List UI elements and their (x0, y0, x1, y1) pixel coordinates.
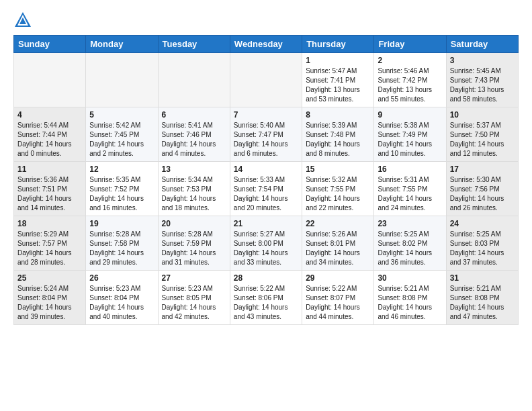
calendar-cell: 1Sunrise: 5:47 AM Sunset: 7:41 PM Daylig… (302, 53, 374, 107)
page: SundayMondayTuesdayWednesdayThursdayFrid… (0, 0, 532, 336)
day-number: 5 (89, 110, 154, 120)
header-sunday: Sunday (14, 36, 86, 53)
day-number: 19 (89, 219, 154, 228)
logo (13, 11, 34, 30)
calendar-cell: 14Sunrise: 5:33 AM Sunset: 7:54 PM Dayli… (230, 162, 302, 216)
day-info: Sunrise: 5:25 AM Sunset: 8:02 PM Dayligh… (378, 230, 442, 267)
calendar-cell: 10Sunrise: 5:37 AM Sunset: 7:50 PM Dayli… (446, 107, 518, 162)
day-number: 14 (234, 165, 298, 174)
day-number: 6 (162, 110, 226, 120)
header-thursday: Thursday (302, 36, 374, 53)
day-info: Sunrise: 5:39 AM Sunset: 7:48 PM Dayligh… (306, 121, 370, 158)
day-number: 31 (450, 273, 515, 283)
day-number: 23 (378, 219, 442, 228)
day-number: 13 (162, 165, 226, 174)
day-number: 22 (306, 219, 370, 228)
day-info: Sunrise: 5:21 AM Sunset: 8:08 PM Dayligh… (450, 284, 515, 322)
day-number: 17 (450, 165, 515, 174)
day-number: 10 (450, 110, 515, 120)
header-friday: Friday (374, 36, 446, 53)
day-info: Sunrise: 5:23 AM Sunset: 8:04 PM Dayligh… (89, 284, 154, 322)
day-number: 25 (17, 273, 82, 283)
calendar-cell: 8Sunrise: 5:39 AM Sunset: 7:48 PM Daylig… (302, 107, 374, 162)
day-info: Sunrise: 5:21 AM Sunset: 8:08 PM Dayligh… (378, 284, 442, 322)
day-number: 12 (89, 165, 154, 174)
calendar-week-4: 18Sunrise: 5:29 AM Sunset: 7:57 PM Dayli… (14, 216, 519, 271)
day-info: Sunrise: 5:45 AM Sunset: 7:43 PM Dayligh… (450, 66, 515, 104)
calendar-week-2: 4Sunrise: 5:44 AM Sunset: 7:44 PM Daylig… (14, 107, 519, 162)
day-info: Sunrise: 5:26 AM Sunset: 8:01 PM Dayligh… (306, 230, 370, 267)
day-info: Sunrise: 5:37 AM Sunset: 7:50 PM Dayligh… (450, 121, 515, 158)
calendar-cell: 16Sunrise: 5:31 AM Sunset: 7:55 PM Dayli… (374, 162, 446, 216)
calendar-week-3: 11Sunrise: 5:36 AM Sunset: 7:51 PM Dayli… (14, 162, 519, 216)
calendar-cell: 27Sunrise: 5:23 AM Sunset: 8:05 PM Dayli… (158, 271, 230, 325)
calendar-cell: 19Sunrise: 5:28 AM Sunset: 7:58 PM Dayli… (86, 216, 158, 271)
day-info: Sunrise: 5:22 AM Sunset: 8:07 PM Dayligh… (306, 284, 370, 322)
day-info: Sunrise: 5:33 AM Sunset: 7:54 PM Dayligh… (234, 175, 298, 213)
calendar-cell: 4Sunrise: 5:44 AM Sunset: 7:44 PM Daylig… (14, 107, 86, 162)
calendar-cell: 7Sunrise: 5:40 AM Sunset: 7:47 PM Daylig… (230, 107, 302, 162)
day-info: Sunrise: 5:31 AM Sunset: 7:55 PM Dayligh… (378, 175, 442, 213)
day-info: Sunrise: 5:32 AM Sunset: 7:55 PM Dayligh… (306, 175, 370, 213)
calendar-cell: 6Sunrise: 5:41 AM Sunset: 7:46 PM Daylig… (158, 107, 230, 162)
calendar-week-5: 25Sunrise: 5:24 AM Sunset: 8:04 PM Dayli… (14, 271, 519, 325)
day-info: Sunrise: 5:25 AM Sunset: 8:03 PM Dayligh… (450, 230, 515, 267)
day-number: 2 (378, 56, 442, 65)
day-info: Sunrise: 5:44 AM Sunset: 7:44 PM Dayligh… (17, 121, 82, 158)
day-info: Sunrise: 5:27 AM Sunset: 8:00 PM Dayligh… (234, 230, 298, 267)
day-number: 24 (450, 219, 515, 228)
day-info: Sunrise: 5:28 AM Sunset: 7:58 PM Dayligh… (89, 230, 154, 267)
calendar-cell: 28Sunrise: 5:22 AM Sunset: 8:06 PM Dayli… (230, 271, 302, 325)
header-tuesday: Tuesday (158, 36, 230, 53)
calendar-cell: 25Sunrise: 5:24 AM Sunset: 8:04 PM Dayli… (14, 271, 86, 325)
calendar-table: SundayMondayTuesdayWednesdayThursdayFrid… (13, 35, 519, 325)
day-info: Sunrise: 5:28 AM Sunset: 7:59 PM Dayligh… (162, 230, 226, 267)
day-number: 1 (306, 56, 370, 65)
day-number: 7 (234, 110, 298, 120)
day-info: Sunrise: 5:35 AM Sunset: 7:52 PM Dayligh… (89, 175, 154, 213)
day-info: Sunrise: 5:46 AM Sunset: 7:42 PM Dayligh… (378, 66, 442, 104)
day-number: 20 (162, 219, 226, 228)
calendar-cell: 31Sunrise: 5:21 AM Sunset: 8:08 PM Dayli… (446, 271, 518, 325)
day-info: Sunrise: 5:42 AM Sunset: 7:45 PM Dayligh… (89, 121, 154, 158)
day-info: Sunrise: 5:30 AM Sunset: 7:56 PM Dayligh… (450, 175, 515, 213)
calendar-week-1: 1Sunrise: 5:47 AM Sunset: 7:41 PM Daylig… (14, 53, 519, 107)
calendar-cell: 20Sunrise: 5:28 AM Sunset: 7:59 PM Dayli… (158, 216, 230, 271)
day-info: Sunrise: 5:41 AM Sunset: 7:46 PM Dayligh… (162, 121, 226, 158)
day-info: Sunrise: 5:29 AM Sunset: 7:57 PM Dayligh… (17, 230, 82, 267)
day-info: Sunrise: 5:40 AM Sunset: 7:47 PM Dayligh… (234, 121, 298, 158)
day-number: 29 (306, 273, 370, 283)
day-number: 26 (89, 273, 154, 283)
day-number: 3 (450, 56, 515, 65)
calendar-cell: 22Sunrise: 5:26 AM Sunset: 8:01 PM Dayli… (302, 216, 374, 271)
calendar-cell: 17Sunrise: 5:30 AM Sunset: 7:56 PM Dayli… (446, 162, 518, 216)
calendar-cell (86, 53, 158, 107)
calendar-cell: 26Sunrise: 5:23 AM Sunset: 8:04 PM Dayli… (86, 271, 158, 325)
header (13, 11, 519, 30)
day-number: 21 (234, 219, 298, 228)
calendar-cell: 12Sunrise: 5:35 AM Sunset: 7:52 PM Dayli… (86, 162, 158, 216)
calendar-cell: 3Sunrise: 5:45 AM Sunset: 7:43 PM Daylig… (446, 53, 518, 107)
calendar-cell: 2Sunrise: 5:46 AM Sunset: 7:42 PM Daylig… (374, 53, 446, 107)
calendar-cell: 9Sunrise: 5:38 AM Sunset: 7:49 PM Daylig… (374, 107, 446, 162)
calendar-cell: 24Sunrise: 5:25 AM Sunset: 8:03 PM Dayli… (446, 216, 518, 271)
calendar-cell (230, 53, 302, 107)
calendar-cell: 13Sunrise: 5:34 AM Sunset: 7:53 PM Dayli… (158, 162, 230, 216)
calendar-cell: 30Sunrise: 5:21 AM Sunset: 8:08 PM Dayli… (374, 271, 446, 325)
header-wednesday: Wednesday (230, 36, 302, 53)
day-number: 16 (378, 165, 442, 174)
calendar-cell: 5Sunrise: 5:42 AM Sunset: 7:45 PM Daylig… (86, 107, 158, 162)
day-info: Sunrise: 5:22 AM Sunset: 8:06 PM Dayligh… (234, 284, 298, 322)
calendar-cell (158, 53, 230, 107)
calendar-cell: 11Sunrise: 5:36 AM Sunset: 7:51 PM Dayli… (14, 162, 86, 216)
day-number: 8 (306, 110, 370, 120)
calendar-cell (14, 53, 86, 107)
day-info: Sunrise: 5:34 AM Sunset: 7:53 PM Dayligh… (162, 175, 226, 213)
calendar-header-row: SundayMondayTuesdayWednesdayThursdayFrid… (14, 36, 519, 53)
calendar-cell: 21Sunrise: 5:27 AM Sunset: 8:00 PM Dayli… (230, 216, 302, 271)
day-number: 18 (17, 219, 82, 228)
day-number: 30 (378, 273, 442, 283)
calendar-cell: 29Sunrise: 5:22 AM Sunset: 8:07 PM Dayli… (302, 271, 374, 325)
logo-icon (13, 11, 32, 30)
day-number: 4 (17, 110, 82, 120)
